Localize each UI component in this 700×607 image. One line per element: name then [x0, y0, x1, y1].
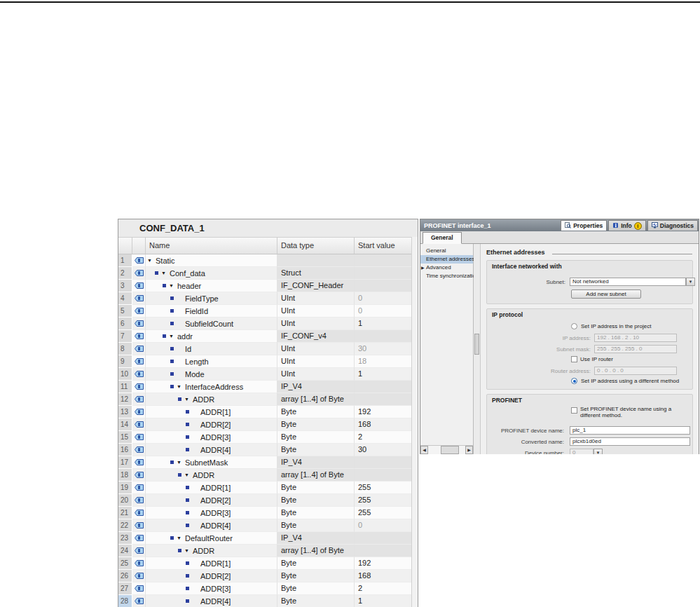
- start-value-cell[interactable]: 192: [355, 557, 413, 570]
- data-type-cell[interactable]: UInt: [277, 318, 355, 330]
- table-row[interactable]: 7▼addrIF_CONF_v4: [118, 330, 418, 343]
- start-value-cell[interactable]: 168: [355, 570, 413, 582]
- row-number[interactable]: 26: [118, 570, 132, 582]
- tab-general[interactable]: General: [423, 232, 462, 244]
- expand-arrow-icon[interactable]: ▼: [184, 469, 193, 482]
- variable-name-cell[interactable]: ▼ADDR: [146, 393, 277, 406]
- start-value-cell[interactable]: 2: [355, 431, 413, 444]
- column-header-datatype[interactable]: Data type: [277, 238, 355, 254]
- row-number[interactable]: 9: [118, 355, 132, 368]
- variable-name-cell[interactable]: ADDR[3]: [146, 431, 277, 444]
- table-row[interactable]: 27ADDR[3]Byte2: [118, 582, 418, 595]
- row-number[interactable]: 3: [118, 280, 132, 292]
- start-value-cell[interactable]: 18: [355, 355, 413, 368]
- data-type-cell[interactable]: Byte: [277, 582, 355, 595]
- start-value-cell[interactable]: 1: [355, 368, 413, 381]
- data-type-cell[interactable]: Byte: [277, 444, 355, 456]
- variable-name-cell[interactable]: ADDR[4]: [146, 519, 277, 532]
- expand-arrow-icon[interactable]: ▼: [147, 254, 156, 267]
- start-value-cell[interactable]: 192: [355, 406, 413, 418]
- start-value-cell[interactable]: 255: [355, 494, 413, 507]
- data-type-cell[interactable]: UInt: [277, 355, 355, 368]
- start-value-cell[interactable]: [355, 254, 413, 267]
- row-number[interactable]: 16: [118, 444, 132, 456]
- expand-arrow-icon[interactable]: ▼: [184, 393, 193, 406]
- data-type-cell[interactable]: Struct: [277, 267, 355, 280]
- nav-horizontal-scrollbar[interactable]: ◀ ▶: [420, 445, 473, 454]
- row-number[interactable]: 23: [118, 532, 132, 545]
- router-address-field[interactable]: 0 . 0 . 0 . 0: [594, 367, 677, 375]
- row-number[interactable]: 6: [118, 318, 132, 330]
- row-number[interactable]: 21: [118, 507, 132, 519]
- start-value-cell[interactable]: 1: [355, 595, 413, 607]
- table-row[interactable]: 9LengthUInt18: [118, 355, 418, 368]
- expand-arrow-icon[interactable]: ▼: [161, 267, 170, 280]
- scrollbar-thumb[interactable]: [441, 446, 459, 454]
- variable-name-cell[interactable]: ▼Static: [146, 254, 277, 267]
- start-value-cell[interactable]: [355, 456, 413, 469]
- expand-arrow-icon[interactable]: ▼: [169, 330, 177, 343]
- data-type-cell[interactable]: Byte: [277, 431, 355, 444]
- row-number[interactable]: 27: [118, 582, 132, 595]
- data-type-cell[interactable]: IP_V4: [277, 456, 355, 469]
- variable-name-cell[interactable]: ADDR[1]: [146, 557, 277, 570]
- variable-name-cell[interactable]: ▼ADDR: [146, 469, 277, 482]
- table-row[interactable]: 22ADDR[4]Byte0: [118, 519, 418, 532]
- row-number[interactable]: 22: [118, 519, 132, 532]
- device-number-dropdown[interactable]: 0: [570, 449, 593, 454]
- db-vertical-scrollbar[interactable]: [411, 237, 418, 607]
- variable-name-cell[interactable]: FieldId: [146, 305, 277, 318]
- variable-name-cell[interactable]: ADDR[2]: [146, 418, 277, 431]
- start-value-cell[interactable]: [355, 381, 413, 393]
- start-value-cell[interactable]: 255: [355, 482, 413, 494]
- nav-item-advanced[interactable]: ▶Advanced: [420, 264, 473, 272]
- row-number[interactable]: 2: [118, 267, 132, 280]
- data-type-cell[interactable]: Byte: [277, 494, 355, 507]
- tab-properties[interactable]: Properties: [561, 220, 607, 231]
- table-row[interactable]: 8IdUInt30: [118, 343, 418, 355]
- table-row[interactable]: 5FieldIdUInt0: [118, 305, 418, 318]
- set-ip-in-project-radio[interactable]: [571, 323, 577, 329]
- start-value-cell[interactable]: 168: [355, 418, 413, 431]
- data-type-cell[interactable]: IF_CONF_v4: [277, 330, 355, 343]
- data-type-cell[interactable]: array [1..4] of Byte: [277, 469, 355, 482]
- table-row[interactable]: 3▼headerIF_CONF_Header: [118, 280, 418, 292]
- start-value-cell[interactable]: [355, 532, 413, 545]
- add-new-subnet-button[interactable]: Add new subnet: [571, 289, 641, 299]
- table-row[interactable]: 10ModeUInt1: [118, 368, 418, 381]
- scroll-right-arrow-icon[interactable]: ▶: [465, 446, 473, 454]
- variable-name-cell[interactable]: ▼header: [146, 280, 277, 292]
- variable-name-cell[interactable]: ADDR[1]: [146, 406, 277, 418]
- variable-name-cell[interactable]: Id: [146, 343, 277, 355]
- start-value-cell[interactable]: 2: [355, 582, 413, 595]
- row-number[interactable]: 24: [118, 545, 132, 557]
- table-row[interactable]: 21ADDR[3]Byte255: [118, 507, 418, 519]
- row-number[interactable]: 11: [118, 381, 132, 393]
- row-number[interactable]: 4: [118, 292, 132, 305]
- panel-splitter[interactable]: [474, 244, 481, 454]
- start-value-cell[interactable]: [355, 330, 413, 343]
- column-header-startvalue[interactable]: Start value: [355, 238, 413, 254]
- row-number[interactable]: 28: [118, 595, 132, 607]
- table-row[interactable]: 4FieldTypeUInt0: [118, 292, 418, 305]
- start-value-cell[interactable]: 0: [355, 292, 413, 305]
- variable-name-cell[interactable]: ▼addr: [146, 330, 277, 343]
- variable-name-cell[interactable]: ADDR[4]: [146, 444, 277, 456]
- table-row[interactable]: 18▼ADDRarray [1..4] of Byte: [118, 469, 418, 482]
- table-row[interactable]: 1▼Static: [118, 254, 418, 267]
- subnet-dropdown[interactable]: Not networked: [570, 278, 686, 286]
- table-row[interactable]: 25ADDR[1]Byte192: [118, 557, 418, 570]
- expand-arrow-icon[interactable]: ▼: [177, 532, 185, 545]
- scroll-left-arrow-icon[interactable]: ◀: [420, 446, 428, 454]
- table-row[interactable]: 26ADDR[2]Byte168: [118, 570, 418, 582]
- data-type-cell[interactable]: UInt: [277, 305, 355, 318]
- table-row[interactable]: 15ADDR[3]Byte2: [118, 431, 418, 444]
- data-type-cell[interactable]: Byte: [277, 507, 355, 519]
- start-value-cell[interactable]: [355, 267, 413, 280]
- row-number[interactable]: 25: [118, 557, 132, 570]
- row-number[interactable]: 13: [118, 406, 132, 418]
- column-header-name[interactable]: Name: [146, 238, 277, 254]
- data-type-cell[interactable]: Byte: [277, 406, 355, 418]
- data-type-cell[interactable]: array [1..4] of Byte: [277, 393, 355, 406]
- row-number[interactable]: 20: [118, 494, 132, 507]
